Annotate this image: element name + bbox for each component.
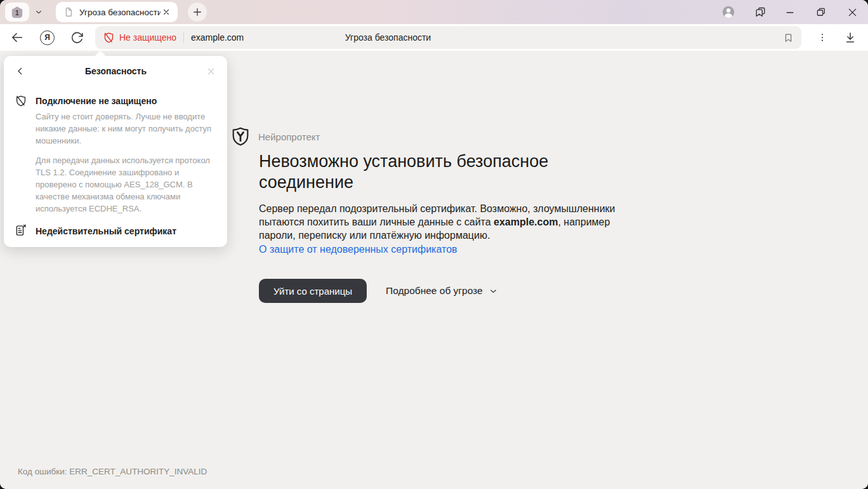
page-document-icon	[63, 7, 74, 17]
close-window-button[interactable]	[845, 4, 860, 20]
omnibox-page-title: Угроза безопасности	[95, 32, 681, 43]
download-icon	[844, 31, 857, 44]
minimize-icon	[784, 6, 796, 18]
shield-off-icon	[103, 32, 115, 44]
warning-domain: example.com	[494, 217, 558, 227]
error-code: Код ошибки: ERR_CERT_AUTHORITY_INVALID	[18, 467, 207, 476]
bookmark-flag-icon	[783, 32, 794, 43]
bookmarks-panel-icon	[754, 6, 766, 18]
brand-label: Нейропротект	[258, 131, 320, 142]
address-bar[interactable]: Не защищено example.com Угроза безопасно…	[95, 26, 801, 49]
security-badge[interactable]: Не защищено	[103, 32, 176, 44]
tab-count: 1	[15, 8, 19, 16]
restore-button[interactable]	[813, 4, 829, 20]
connection-status-title: Подключение не защищено	[36, 95, 217, 107]
connection-warning-text: Сайту не стоит доверять. Лучше не вводит…	[36, 111, 217, 147]
back-arrow-icon	[10, 30, 24, 44]
new-tab-button[interactable]	[188, 3, 207, 22]
popup-title: Безопасность	[27, 66, 205, 76]
bookmark-button[interactable]	[783, 32, 794, 43]
yandex-logo-glyph: Я	[44, 33, 50, 42]
avatar-icon	[721, 5, 735, 19]
chevron-left-icon	[15, 66, 25, 76]
side-panel-button[interactable]	[754, 6, 766, 18]
tab-counter-shield-icon: 1	[10, 5, 24, 20]
threat-details-label: Подробнее об угрозе	[386, 285, 483, 297]
popup-close-button[interactable]	[205, 65, 217, 77]
leave-page-button[interactable]: Уйти со страницы	[259, 279, 367, 303]
certificates-help-link[interactable]: О защите от недоверенных сертификатов	[259, 243, 626, 256]
toolbar: Я Не защищено example.com Угроза безопас…	[0, 24, 868, 51]
back-button[interactable]	[9, 29, 25, 46]
connection-status-item: Подключение не защищено Сайту не стоит д…	[4, 95, 227, 215]
invalid-certificate-title: Недействительный сертификат	[36, 225, 176, 237]
certificate-invalid-icon	[15, 224, 27, 237]
tab-close-button[interactable]	[161, 6, 172, 18]
threat-details-toggle[interactable]: Подробнее об угрозе	[386, 285, 498, 297]
actions-row: Уйти со страницы Подробнее об угрозе	[259, 279, 648, 303]
restore-icon	[815, 6, 827, 18]
tab-strip: 1 Угроза безопасности	[0, 0, 868, 24]
security-badge-label: Не защищено	[119, 32, 176, 43]
warning-paragraph: Сервер передал подозрительный сертификат…	[259, 202, 626, 242]
close-icon	[206, 67, 216, 76]
protect-shield-icon	[230, 126, 251, 147]
chevron-down-icon	[34, 8, 43, 17]
security-popup: Безопасность Подключение не защищено	[4, 56, 227, 247]
close-icon	[846, 6, 858, 18]
tab-title: Угроза безопасности	[79, 8, 161, 17]
shield-off-icon	[15, 95, 27, 107]
profile-avatar[interactable]	[721, 5, 735, 19]
page-content: Безопасность Подключение не защищено	[0, 51, 868, 489]
active-tab[interactable]: Угроза безопасности	[56, 2, 178, 22]
popup-header: Безопасность	[4, 65, 227, 77]
plus-icon	[192, 7, 202, 17]
interstitial-content: Нейропротект Невозможно установить безоп…	[230, 126, 648, 303]
chevron-down-icon	[489, 286, 498, 296]
browser-menu-button[interactable]	[815, 30, 830, 45]
minimize-button[interactable]	[782, 4, 798, 20]
popup-back-button[interactable]	[14, 65, 27, 77]
refresh-icon	[70, 31, 84, 44]
brand-row: Нейропротект	[230, 126, 648, 147]
yandex-home-button[interactable]: Я	[40, 30, 55, 45]
page-title: Невозможно установить безопасное соедине…	[259, 151, 589, 193]
tab-counter-button[interactable]: 1	[5, 3, 29, 22]
url-text: example.com	[191, 32, 244, 43]
kebab-menu-icon	[817, 32, 827, 43]
close-icon	[162, 8, 170, 16]
refresh-button[interactable]	[69, 30, 85, 46]
invalid-certificate-item[interactable]: Недействительный сертификат	[4, 225, 227, 237]
tab-list-chevron-button[interactable]	[32, 5, 46, 19]
popup-arrow	[95, 51, 106, 62]
browser-window: 1 Угроза безопасности	[0, 0, 868, 489]
downloads-button[interactable]	[843, 30, 858, 45]
connection-protocol-text: Для передачи данных используется протоко…	[36, 154, 217, 215]
connection-status-body: Подключение не защищено Сайту не стоит д…	[36, 95, 217, 215]
